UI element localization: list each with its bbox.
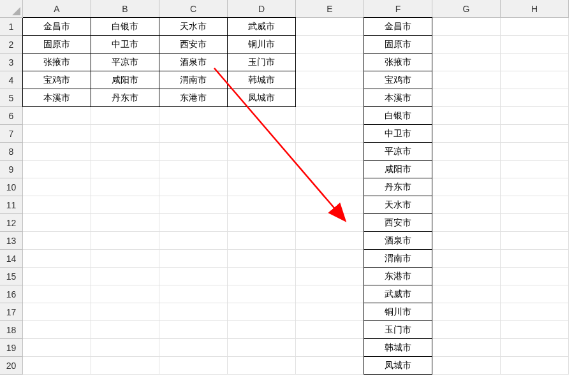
cell-d4[interactable]: 韩城市 [227,71,296,89]
cell-g4[interactable] [432,71,501,89]
cell-e3[interactable] [296,54,364,71]
cell-c7[interactable] [159,125,228,143]
cell-f18[interactable]: 玉门市 [364,320,432,339]
cell-f10[interactable]: 丹东市 [364,178,432,196]
cell-a5[interactable]: 本溪市 [22,89,91,107]
cell-d3[interactable]: 玉门市 [227,53,296,71]
cell-e7[interactable] [296,125,364,143]
cell-g6[interactable] [432,107,501,125]
cell-a2[interactable]: 固原市 [22,35,91,54]
cell-h15[interactable] [501,268,569,285]
cell-g1[interactable] [432,18,501,36]
row-header-6[interactable]: 6 [0,107,23,125]
cell-e8[interactable] [296,143,364,161]
cell-b11[interactable] [91,196,159,214]
cell-c8[interactable] [159,143,228,161]
cell-h20[interactable] [501,357,569,375]
cell-f3[interactable]: 张掖市 [364,53,432,71]
cell-c3[interactable]: 酒泉市 [159,53,228,71]
cell-b15[interactable] [91,268,159,285]
cell-d12[interactable] [228,214,296,232]
row-header-10[interactable]: 10 [0,178,23,196]
cell-b9[interactable] [91,161,159,178]
col-header-c[interactable]: C [159,0,228,18]
cell-d6[interactable] [228,107,296,125]
cell-e12[interactable] [296,214,364,232]
cell-a14[interactable] [23,250,91,268]
cell-b16[interactable] [91,285,159,303]
col-header-d[interactable]: D [228,0,296,18]
cell-a15[interactable] [23,268,91,285]
cell-g20[interactable] [432,357,501,375]
cell-b10[interactable] [91,178,159,196]
cell-g16[interactable] [432,285,501,303]
cell-g15[interactable] [432,268,501,285]
cell-a8[interactable] [23,143,91,161]
cell-h19[interactable] [501,339,569,357]
cell-f20[interactable]: 凤城市 [364,356,432,375]
cell-e18[interactable] [296,321,364,339]
cell-h5[interactable] [501,89,569,107]
cell-g12[interactable] [432,214,501,232]
cell-h9[interactable] [501,161,569,178]
row-header-11[interactable]: 11 [0,196,23,214]
cell-g14[interactable] [432,250,501,268]
cell-a16[interactable] [23,285,91,303]
cell-f12[interactable]: 西安市 [364,213,432,232]
cell-f16[interactable]: 武威市 [364,285,432,303]
cell-b14[interactable] [91,250,159,268]
grid[interactable]: ABCDEFGH1金昌市白银市天水市武威市金昌市2固原市中卫市西安市铜川市固原市… [0,0,588,375]
row-header-8[interactable]: 8 [0,143,23,161]
cell-f2[interactable]: 固原市 [364,35,432,54]
cell-d8[interactable] [228,143,296,161]
cell-b5[interactable]: 丹东市 [91,89,159,107]
row-header-17[interactable]: 17 [0,303,23,321]
cell-h7[interactable] [501,125,569,143]
cell-d5[interactable]: 凤城市 [227,89,296,107]
cell-a13[interactable] [23,232,91,250]
cell-c2[interactable]: 西安市 [159,35,228,54]
cell-a11[interactable] [23,196,91,214]
cell-h14[interactable] [501,250,569,268]
cell-g10[interactable] [432,178,501,196]
cell-e17[interactable] [296,303,364,321]
col-header-g[interactable]: G [432,0,501,18]
cell-e9[interactable] [296,161,364,178]
cell-b4[interactable]: 咸阳市 [91,71,159,89]
cell-b7[interactable] [91,125,159,143]
cell-f17[interactable]: 铜川市 [364,303,432,321]
cell-e20[interactable] [296,357,364,375]
cell-h13[interactable] [501,232,569,250]
cell-d11[interactable] [228,196,296,214]
cell-g3[interactable] [432,54,501,71]
cell-d18[interactable] [228,321,296,339]
cell-d10[interactable] [228,178,296,196]
cell-f19[interactable]: 韩城市 [364,338,432,357]
cell-g7[interactable] [432,125,501,143]
cell-h4[interactable] [501,71,569,89]
cell-b2[interactable]: 中卫市 [91,35,159,54]
cell-f7[interactable]: 中卫市 [364,124,432,143]
cell-b12[interactable] [91,214,159,232]
select-all-corner[interactable] [0,0,23,18]
cell-a4[interactable]: 宝鸡市 [22,71,91,89]
row-header-18[interactable]: 18 [0,321,23,339]
cell-d9[interactable] [228,161,296,178]
col-header-a[interactable]: A [23,0,91,18]
row-header-19[interactable]: 19 [0,339,23,357]
cell-g11[interactable] [432,196,501,214]
cell-g2[interactable] [432,36,501,54]
cell-h6[interactable] [501,107,569,125]
cell-c17[interactable] [159,303,228,321]
cell-b18[interactable] [91,321,159,339]
cell-a6[interactable] [23,107,91,125]
cell-d15[interactable] [228,268,296,285]
cell-e13[interactable] [296,232,364,250]
cell-f1[interactable]: 金昌市 [364,17,432,36]
cell-e5[interactable] [296,89,364,107]
cell-d19[interactable] [228,339,296,357]
cell-b8[interactable] [91,143,159,161]
cell-b20[interactable] [91,357,159,375]
cell-b3[interactable]: 平凉市 [91,53,159,71]
cell-h3[interactable] [501,54,569,71]
